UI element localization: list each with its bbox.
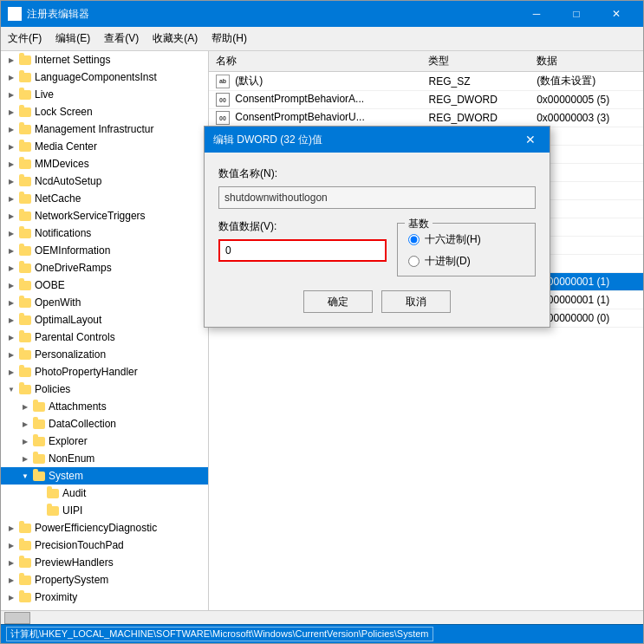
edit-dword-dialog[interactable]: 编辑 DWORD (32 位)值 ✕ 数值名称(N): 数值数据(V): 基数 xyxy=(204,126,550,328)
dialog-body: 数值名称(N): 数值数据(V): 基数 十六进制(H xyxy=(205,153,550,327)
dialog-close-button[interactable]: ✕ xyxy=(520,129,541,150)
tree-item[interactable]: ▶Parental Controls xyxy=(1,329,208,346)
tree-panel[interactable]: ▶Internet Settings▶LanguageComponentsIns… xyxy=(1,51,209,610)
tree-item[interactable]: ▶Personalization xyxy=(1,346,208,363)
tree-item[interactable]: ▶Internet Settings xyxy=(1,51,208,68)
radio-hex-input[interactable] xyxy=(408,234,420,245)
tree-item[interactable]: ▶Proximity xyxy=(1,589,208,606)
tree-item[interactable]: ▶OpenWith xyxy=(1,294,208,311)
tree-expander-icon[interactable]: ▶ xyxy=(4,365,18,379)
tree-item[interactable]: ▶Explorer xyxy=(1,433,208,450)
tree-expander-icon[interactable]: ▶ xyxy=(4,140,18,153)
folder-icon xyxy=(18,209,32,223)
menu-favorites[interactable]: 收藏夹(A) xyxy=(146,29,205,49)
horizontal-scrollbar[interactable] xyxy=(1,610,643,624)
tree-item[interactable]: ▶PropertySystem xyxy=(1,571,208,589)
tree-expander-icon[interactable]: ▶ xyxy=(4,278,18,292)
tree-item[interactable]: ▼System xyxy=(1,467,208,485)
menu-file[interactable]: 文件(F) xyxy=(1,29,49,49)
tree-expander-icon[interactable]: ▶ xyxy=(4,174,18,188)
tree-expander-icon[interactable]: ▶ xyxy=(18,417,32,431)
radio-dec[interactable]: 十进制(D) xyxy=(408,254,524,269)
dialog-cancel-button[interactable]: 取消 xyxy=(381,290,451,313)
tree-item[interactable]: Audit xyxy=(1,485,208,502)
status-path: 计算机\HKEY_LOCAL_MACHINE\SOFTWARE\Microsof… xyxy=(6,627,433,641)
tree-expander-icon[interactable]: ▶ xyxy=(4,88,18,101)
tree-item[interactable]: ▶MMDevices xyxy=(1,155,208,172)
tree-item[interactable]: ▶OOBE xyxy=(1,276,208,294)
table-row[interactable]: 00 ConsentPromptBehaviorA...REG_DWORD0x0… xyxy=(209,91,643,109)
tree-item[interactable]: ▼Policies xyxy=(1,381,208,398)
tree-expander-icon[interactable]: ▶ xyxy=(18,434,32,448)
tree-expander-icon[interactable]: ▶ xyxy=(4,538,18,552)
radio-hex[interactable]: 十六进制(H) xyxy=(408,232,524,247)
tree-item[interactable]: ▶PrecisionTouchPad xyxy=(1,537,208,554)
tree-item[interactable]: ▶NetworkServiceTriggers xyxy=(1,207,208,224)
tree-item[interactable]: ▶OneDriveRamps xyxy=(1,259,208,276)
table-row[interactable]: 00 ConsentPromptBehaviorU...REG_DWORD0x0… xyxy=(209,109,643,127)
tree-item[interactable]: ▶NetCache xyxy=(1,190,208,207)
tree-item[interactable]: UIPI xyxy=(1,502,208,519)
tree-item[interactable]: ▶Management Infrastructur xyxy=(1,120,208,138)
tree-expander-icon[interactable] xyxy=(32,486,46,500)
maximize-button[interactable]: □ xyxy=(556,1,596,27)
tree-expander-icon[interactable]: ▶ xyxy=(4,330,18,344)
tree-item-label: NetCache xyxy=(35,192,81,205)
tree-expander-icon[interactable]: ▼ xyxy=(18,469,32,483)
svg-rect-2 xyxy=(9,15,15,21)
tree-item[interactable]: ▶NcdAutoSetup xyxy=(1,172,208,190)
tree-expander-icon[interactable]: ▶ xyxy=(4,53,18,67)
tree-item[interactable]: ▶LanguageComponentsInst xyxy=(1,68,208,86)
tree-expander-icon[interactable]: ▶ xyxy=(4,157,18,171)
table-row[interactable]: ab (默认)REG_SZ(数值未设置) xyxy=(209,72,643,91)
dialog-data-section: 数值数据(V): xyxy=(218,219,387,276)
tree-item[interactable]: ▶PreviewHandlers xyxy=(1,554,208,571)
tree-expander-icon[interactable]: ▶ xyxy=(4,313,18,327)
tree-item[interactable]: ▶Notifications xyxy=(1,224,208,242)
dialog-name-input[interactable] xyxy=(218,186,536,209)
tree-item[interactable]: ▶OEMInformation xyxy=(1,242,208,259)
menu-help[interactable]: 帮助(H) xyxy=(205,29,254,49)
tree-item[interactable]: ▶Attachments xyxy=(1,398,208,415)
tree-expander-icon[interactable]: ▶ xyxy=(4,70,18,84)
tree-expander-icon[interactable]: ▶ xyxy=(4,573,18,587)
tree-item[interactable]: ▶NonEnum xyxy=(1,450,208,467)
folder-icon xyxy=(32,417,46,431)
tree-expander-icon[interactable]: ▶ xyxy=(4,192,18,205)
tree-expander-icon[interactable]: ▶ xyxy=(4,556,18,569)
tree-item[interactable]: ▶PhotoPropertyHandler xyxy=(1,363,208,381)
tree-item[interactable]: ▶OptimalLayout xyxy=(1,311,208,329)
menu-view[interactable]: 查看(V) xyxy=(97,29,146,49)
tree-expander-icon[interactable]: ▶ xyxy=(4,590,18,604)
tree-expander-icon[interactable]: ▶ xyxy=(4,521,18,535)
tree-expander-icon[interactable]: ▶ xyxy=(4,122,18,136)
close-button[interactable]: ✕ xyxy=(596,1,636,27)
dialog-data-input[interactable] xyxy=(218,239,387,262)
registry-icon: 00 xyxy=(216,93,230,107)
tree-expander-icon[interactable] xyxy=(32,504,46,517)
dialog-ok-button[interactable]: 确定 xyxy=(303,290,373,313)
tree-item-label: PowerEfficiencyDiagnostic xyxy=(35,522,157,534)
minimize-button[interactable]: ─ xyxy=(517,1,556,27)
radio-group: 十六进制(H) 十进制(D) xyxy=(408,232,524,269)
tree-item[interactable]: ▶Live xyxy=(1,86,208,103)
tree-expander-icon[interactable]: ▶ xyxy=(4,296,18,309)
dialog-data-label: 数值数据(V): xyxy=(218,219,387,234)
tree-item[interactable]: ▶PowerEfficiencyDiagnostic xyxy=(1,519,208,537)
tree-expander-icon[interactable]: ▶ xyxy=(4,348,18,361)
tree-expander-icon[interactable]: ▶ xyxy=(4,261,18,275)
folder-icon xyxy=(18,278,32,292)
tree-expander-icon[interactable]: ▶ xyxy=(4,209,18,223)
tree-expander-icon[interactable]: ▶ xyxy=(18,400,32,413)
tree-expander-icon[interactable]: ▶ xyxy=(4,105,18,119)
tree-expander-icon[interactable]: ▶ xyxy=(4,244,18,257)
tree-item[interactable]: ▶Lock Screen xyxy=(1,103,208,120)
tree-item[interactable]: ▶Media Center xyxy=(1,138,208,155)
tree-item[interactable]: ▶DataCollection xyxy=(1,415,208,433)
menu-edit[interactable]: 编辑(E) xyxy=(49,29,97,49)
radio-dec-input[interactable] xyxy=(408,256,420,267)
tree-expander-icon[interactable]: ▶ xyxy=(4,226,18,240)
tree-expander-icon[interactable]: ▶ xyxy=(18,452,32,465)
tree-expander-icon[interactable]: ▼ xyxy=(4,382,18,396)
tree-item-label: DataCollection xyxy=(49,418,116,430)
